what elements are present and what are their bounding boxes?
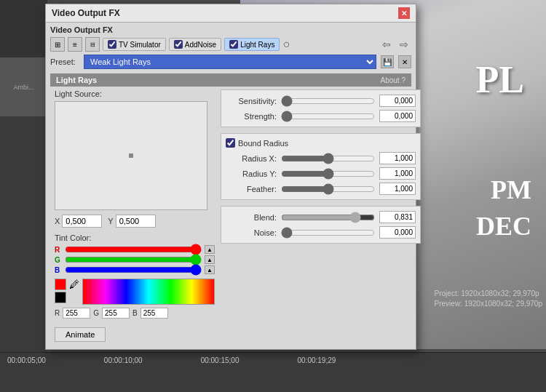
timecode-2: 00:00:10;00 [104,356,143,364]
r-row: R [55,245,202,254]
inner-panel: Video Output FX ⊞ ≡ ⊟ TV Simulator AddNo… [46,23,416,349]
tv-simulator-checkbox[interactable] [108,40,116,49]
main-content: Light Source: X Y Ti [50,89,411,323]
light-source-dot[interactable] [129,153,133,158]
x-field: X [55,215,102,228]
x-input[interactable] [62,215,102,228]
tv-simulator-label: TV Simulator [119,41,161,49]
radius-x-label: Radius X: [226,154,277,163]
r-label: R [55,246,62,254]
tint-section: Tint Color: R G B [55,233,215,319]
sensitivity-strength-group: Sensitivity: Strength: [221,89,421,127]
left-sidebar: Ambi... [0,0,47,356]
b-val-input[interactable] [141,308,168,319]
preview-text-pl: PL [476,58,524,101]
tint-label: Tint Color: [55,233,215,242]
radius-x-slider[interactable] [281,153,375,164]
preview-text-pm: PM [491,175,531,205]
g-row: G [55,255,202,264]
dialog-title: Video Output FX [52,8,120,18]
rgb-values-row: R G B [55,308,215,319]
about-link[interactable]: About ? [381,76,405,84]
radius-y-input[interactable] [379,167,416,180]
b-row: B [55,265,202,274]
radius-x-row: Radius X: [226,152,416,164]
bound-radius-checkbox[interactable] [226,138,235,148]
timeline-bar: 00:00:05;00 00:00:10;00 00:00:15;00 00:0… [0,352,546,392]
add-noise-toggle[interactable]: AddNoise [169,38,221,51]
preview-res-info: Preview: 1920x1080x32; 29,970p [435,299,542,309]
g-arrow[interactable]: ▲ [205,255,215,264]
blend-slider[interactable] [281,212,375,223]
xy-row: X Y [55,215,215,228]
bg-color-square[interactable] [55,292,66,303]
preset-label: Preset: [50,57,79,66]
preset-select[interactable]: Weak Light Rays [84,55,376,69]
video-fx-dialog: Video Output FX ✕ Video Output FX ⊞ ≡ ⊟ … [45,4,416,350]
add-noise-label: AddNoise [185,41,216,49]
rgb-sliders: R G B [55,245,202,276]
sensitivity-label: Sensitivity: [226,97,277,105]
dialog-close-button[interactable]: ✕ [398,7,410,19]
inner-panel-title: Video Output FX [50,25,411,34]
g-slider[interactable] [65,255,202,264]
view-icon-3[interactable]: ⊟ [85,37,100,52]
radius-x-input[interactable] [379,152,416,164]
view-icon-2[interactable]: ≡ [68,37,82,52]
noise-input[interactable] [379,226,416,239]
light-source-label: Light Source: [55,89,215,98]
b-label: B [55,266,62,274]
eyedropper-icon[interactable]: 🖉 [69,279,79,290]
color-gradient[interactable] [82,279,215,305]
timecode-3: 00:00:15;00 [201,356,240,364]
light-rays-toggle[interactable]: Light Rays [224,38,280,51]
strength-input[interactable] [379,110,416,122]
dialog-titlebar: Video Output FX ✕ [46,4,416,23]
r-val-label: R [55,309,60,317]
bound-radius-group: Bound Radius Radius X: Radius Y: Feather… [221,133,421,200]
animate-row: Animate [50,323,411,346]
b-arrow[interactable]: ▲ [205,265,215,274]
preset-row: Preset: Weak Light Rays 💾 ✕ [50,55,411,69]
radius-y-slider[interactable] [281,169,375,179]
light-source-canvas[interactable] [55,101,207,210]
r-val-input[interactable] [63,308,90,319]
radius-y-row: Radius Y: [226,167,416,180]
preset-save-button[interactable]: 💾 [381,55,394,68]
radius-y-label: Radius Y: [226,169,277,178]
add-noise-checkbox[interactable] [174,40,183,49]
section-title: Light Rays [56,76,97,84]
g-val-input[interactable] [102,308,130,319]
left-column: Light Source: X Y Ti [55,89,215,319]
sensitivity-slider[interactable] [281,96,375,106]
color-tools: 🖉 [55,279,215,305]
preset-delete-button[interactable]: ✕ [398,55,411,68]
arrow-circle-icon: ○ [282,38,290,51]
noise-label: Noise: [226,228,277,237]
b-val-label: B [132,309,138,317]
blend-input[interactable] [379,211,416,223]
b-slider[interactable] [65,265,202,274]
feather-slider[interactable] [281,184,375,194]
r-slider[interactable] [65,245,202,254]
feather-input[interactable] [379,183,416,195]
sensitivity-input[interactable] [379,95,416,107]
y-field: Y [108,215,155,228]
timecode-1: 00:00:05;00 [7,356,46,364]
move-right-icon[interactable]: ⇨ [397,37,411,52]
r-arrow[interactable]: ▲ [205,245,215,254]
tv-simulator-toggle[interactable]: TV Simulator [103,38,166,51]
bound-radius-header: Bound Radius [226,138,416,148]
blend-noise-group: Blend: Noise: [221,206,421,244]
g-label: G [55,256,62,264]
view-icon-1[interactable]: ⊞ [50,37,65,52]
strength-slider[interactable] [281,111,375,121]
noise-slider[interactable] [281,228,375,238]
fg-color-square[interactable] [55,279,66,290]
rgb-arrows: ▲ ▲ ▲ [205,245,215,276]
light-rays-checkbox[interactable] [229,40,238,49]
y-input[interactable] [116,215,156,228]
animate-button[interactable]: Animate [55,327,106,342]
move-left-icon[interactable]: ⇦ [379,37,394,52]
light-rays-label: Light Rays [240,41,274,49]
